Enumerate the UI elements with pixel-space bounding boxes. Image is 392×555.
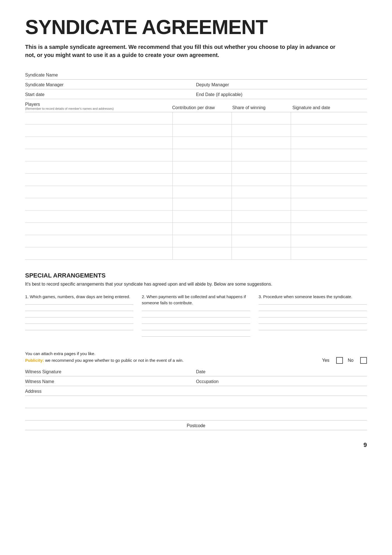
player-contrib-cell[interactable]: [173, 112, 232, 124]
player-sig-cell[interactable]: [291, 247, 367, 259]
player-sig-cell[interactable]: [291, 198, 367, 210]
player-name-cell[interactable]: [25, 186, 173, 198]
player-sig-cell[interactable]: [291, 112, 367, 124]
player-share-cell[interactable]: [232, 210, 291, 223]
table-row: [25, 125, 367, 137]
address-line-1: [25, 396, 367, 408]
player-name-cell[interactable]: [25, 137, 173, 149]
table-row: [25, 210, 367, 223]
publicity-text: Publicity: we recommend you agree whethe…: [25, 358, 322, 363]
player-share-cell[interactable]: [232, 186, 291, 198]
line-rule: [142, 324, 250, 324]
witness-signature-row: Witness Signature Date: [25, 367, 367, 376]
line-rule: [25, 311, 133, 311]
players-col-contrib: Contribution per draw: [170, 105, 230, 110]
player-contrib-cell[interactable]: [173, 137, 232, 149]
player-share-cell[interactable]: [232, 149, 291, 161]
player-contrib-cell[interactable]: [173, 161, 232, 173]
arrangement-label-1: 1. Which games, numbers, draw days are b…: [25, 294, 133, 300]
player-contrib-cell[interactable]: [173, 235, 232, 247]
table-row: [25, 198, 367, 210]
line-rule: [259, 304, 367, 305]
deputy-manager-label: Deputy Manager: [196, 82, 367, 87]
player-share-cell[interactable]: [232, 247, 291, 259]
player-share-cell[interactable]: [232, 174, 291, 186]
player-sig-cell[interactable]: [291, 161, 367, 173]
player-sig-cell[interactable]: [291, 210, 367, 223]
table-row: [25, 137, 367, 149]
line-rule: [25, 330, 133, 330]
player-name-cell[interactable]: [25, 174, 173, 186]
player-share-cell[interactable]: [232, 198, 291, 210]
yes-checkbox[interactable]: [336, 357, 343, 364]
player-share-cell[interactable]: [232, 161, 291, 173]
line-rule: [25, 304, 133, 305]
date-label: Date: [196, 369, 367, 374]
player-name-cell[interactable]: [25, 210, 173, 223]
player-name-cell[interactable]: [25, 125, 173, 137]
player-contrib-cell[interactable]: [173, 198, 232, 210]
player-sig-cell[interactable]: [291, 149, 367, 161]
postcode-row: Postcode: [25, 420, 367, 430]
player-name-cell[interactable]: [25, 161, 173, 173]
line-rule: [142, 330, 250, 330]
witness-name-label: Witness Name: [25, 379, 196, 384]
line-rule: [25, 324, 133, 324]
player-contrib-cell[interactable]: [173, 210, 232, 223]
dates-row: Start date End Date (if applicable): [25, 89, 367, 99]
player-share-cell[interactable]: [232, 125, 291, 137]
manager-row: Syndicate Manager Deputy Manager: [25, 80, 367, 89]
player-sig-cell[interactable]: [291, 186, 367, 198]
arrangement-label-3: 3. Procedure when someone leaves the syn…: [259, 294, 367, 300]
player-contrib-cell[interactable]: [173, 125, 232, 137]
special-arrangements-title: SPECIAL ARRANGEMENTS: [25, 272, 367, 279]
player-share-cell[interactable]: [232, 235, 291, 247]
player-contrib-cell[interactable]: [173, 223, 232, 235]
player-name-cell[interactable]: [25, 198, 173, 210]
yes-no-group: Yes No: [322, 357, 367, 364]
table-row: [25, 149, 367, 161]
player-name-cell[interactable]: [25, 235, 173, 247]
player-name-cell[interactable]: [25, 149, 173, 161]
arrangement-col-2: 2. When payments will be collected and w…: [142, 294, 258, 343]
no-checkbox[interactable]: [360, 357, 367, 364]
yes-label: Yes: [322, 358, 329, 363]
line-rule: [259, 317, 367, 317]
player-contrib-cell[interactable]: [173, 186, 232, 198]
table-row: [25, 235, 367, 247]
line-rule: [259, 311, 367, 311]
player-share-cell[interactable]: [232, 223, 291, 235]
publicity-desc: we recommend you agree whether to go pub…: [44, 358, 184, 363]
player-name-cell[interactable]: [25, 223, 173, 235]
player-contrib-cell[interactable]: [173, 174, 232, 186]
address-label: Address: [25, 389, 42, 394]
line-rule: [142, 336, 250, 337]
subtitle: This is a sample syndicate agreement. We…: [25, 43, 346, 59]
arrangement-lines-3: [259, 304, 367, 330]
player-sig-cell[interactable]: [291, 235, 367, 247]
player-contrib-cell[interactable]: [173, 247, 232, 259]
arrangement-lines-2: [142, 311, 250, 337]
table-row: [25, 161, 367, 174]
occupation-label: Occupation: [196, 379, 367, 384]
players-header: Players (Remember to record details of m…: [25, 99, 367, 112]
player-share-cell[interactable]: [232, 112, 291, 124]
no-label: No: [348, 358, 353, 363]
page-number: 9: [25, 441, 367, 449]
player-sig-cell[interactable]: [291, 174, 367, 186]
arrangement-col-3: 3. Procedure when someone leaves the syn…: [259, 294, 367, 343]
player-sig-cell[interactable]: [291, 125, 367, 137]
line-rule: [25, 317, 133, 317]
player-share-cell[interactable]: [232, 137, 291, 149]
players-col-name: Players (Remember to record details of m…: [25, 102, 170, 110]
player-name-cell[interactable]: [25, 247, 173, 259]
table-row: [25, 174, 367, 186]
page-title: SYNDICATE AGREEMENT: [25, 17, 367, 38]
player-sig-cell[interactable]: [291, 223, 367, 235]
player-name-cell[interactable]: [25, 112, 173, 124]
player-contrib-cell[interactable]: [173, 149, 232, 161]
player-sig-cell[interactable]: [291, 137, 367, 149]
witness-name-row: Witness Name Occupation: [25, 376, 367, 386]
table-row: [25, 247, 367, 260]
start-date-label: Start date: [25, 92, 196, 97]
